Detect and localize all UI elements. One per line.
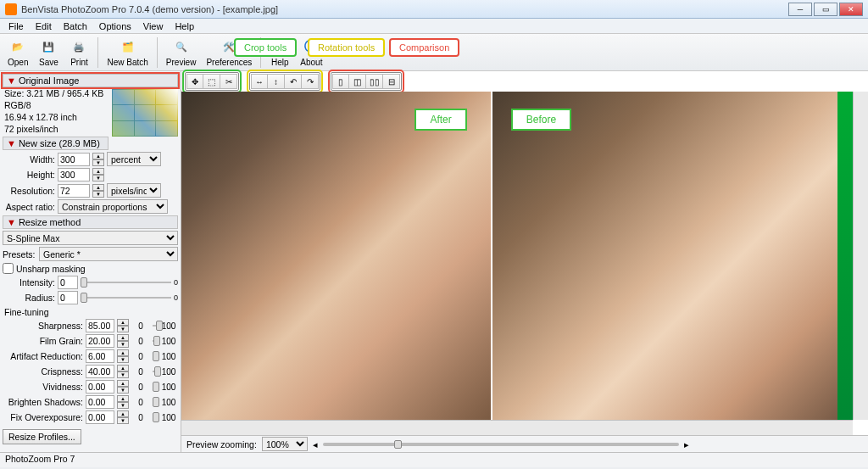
window-title: BenVista PhotoZoom Pro 7.0.4 (demo versi… — [21, 4, 278, 14]
width-spinner[interactable]: ▲▼ — [92, 153, 104, 166]
unsharp-checkbox[interactable]: Unsharp masking — [3, 263, 178, 274]
open-button[interactable]: 📂Open — [3, 36, 32, 70]
intensity-slider[interactable] — [81, 276, 171, 288]
annotation-crop: Crop tools — [234, 38, 297, 57]
new-batch-button[interactable]: 🗂️New Batch — [103, 36, 152, 70]
shadows-slider[interactable] — [153, 396, 157, 408]
zoom-label: Preview zooming: — [186, 439, 257, 449]
rotation-tool-group: ↔ ↕ ↶ ↷ — [249, 72, 320, 91]
menu-bar: File Edit Batch Options View Help — [0, 19, 868, 34]
vividness-input[interactable] — [86, 380, 114, 394]
crop-tool-group: ✥ ⬚ ✂ — [185, 72, 239, 91]
print-button[interactable]: 🖨️Print — [64, 36, 93, 70]
before-image — [491, 92, 854, 420]
preview-pane: ✥ ⬚ ✂ ↔ ↕ ↶ ↷ ▯ ◫ ▯▯ ⊟ — [181, 71, 868, 452]
select-tool-icon[interactable]: ⬚ — [203, 74, 220, 89]
nav-tool-icon[interactable]: ✥ — [186, 74, 203, 89]
image-canvas[interactable]: After Before — [181, 92, 868, 435]
menu-batch[interactable]: Batch — [58, 20, 92, 32]
film-strip-right — [837, 92, 853, 420]
before-badge: Before — [511, 109, 571, 131]
menu-view[interactable]: View — [138, 20, 169, 32]
rotate-right-icon[interactable]: ↷ — [302, 74, 319, 89]
thumbnail-preview[interactable] — [112, 89, 178, 137]
zoom-slider[interactable] — [323, 443, 679, 446]
width-label: Width: — [3, 154, 55, 165]
intensity-input[interactable] — [58, 276, 78, 289]
overexposure-input[interactable] — [86, 410, 114, 424]
sharpness-slider[interactable] — [153, 320, 157, 332]
title-bar: BenVista PhotoZoom Pro 7.0.4 (demo versi… — [0, 0, 868, 19]
horizontal-scrollbar[interactable] — [181, 420, 853, 435]
annotation-comparison: Comparison — [389, 38, 459, 57]
height-label: Height: — [3, 170, 55, 180]
zoom-select[interactable]: 100% — [262, 437, 308, 451]
crispness-input[interactable] — [86, 365, 114, 378]
crop-tool-icon[interactable]: ✂ — [220, 74, 237, 89]
presets-label: Presets: — [3, 249, 36, 260]
zoom-in-icon[interactable]: ▸ — [684, 439, 689, 449]
height-input[interactable] — [58, 168, 90, 181]
sidebar: ▼Original Image Size: 3.21 MB / 965.4 KB… — [0, 71, 181, 452]
overexposure-slider[interactable] — [153, 411, 157, 423]
crispness-slider[interactable] — [153, 366, 157, 377]
comparison-tool-group: ▯ ◫ ▯▯ ⊟ — [331, 72, 402, 91]
original-image-header[interactable]: ▼Original Image — [3, 74, 178, 87]
resize-method-header[interactable]: ▼Resize method — [3, 215, 178, 229]
resolution-label: Resolution: — [3, 186, 55, 196]
radius-label: Radius: — [3, 293, 55, 303]
artifact-slider[interactable] — [153, 350, 157, 362]
shadows-input[interactable] — [86, 395, 114, 409]
menu-file[interactable]: File — [3, 20, 29, 32]
aspect-label: Aspect ratio: — [3, 202, 55, 212]
menu-options[interactable]: Options — [94, 20, 136, 32]
filmgrain-slider[interactable] — [153, 335, 157, 347]
compare-split-icon[interactable]: ◫ — [349, 74, 366, 89]
flip-vertical-icon[interactable]: ↕ — [268, 74, 285, 89]
save-button[interactable]: 💾Save — [34, 36, 63, 70]
filmgrain-input[interactable] — [86, 334, 114, 348]
vertical-scrollbar[interactable] — [853, 92, 868, 420]
annotation-rotation: Rotation tools — [308, 38, 385, 57]
presets-select[interactable]: Generic * — [39, 247, 178, 261]
aspect-ratio-select[interactable]: Constrain proportions — [58, 199, 168, 214]
close-button[interactable]: ✕ — [839, 3, 863, 16]
height-spinner[interactable]: ▲▼ — [92, 168, 104, 181]
radius-slider[interactable] — [81, 292, 171, 304]
menu-edit[interactable]: Edit — [31, 20, 57, 32]
fine-tuning-label: Fine-tuning — [3, 307, 178, 317]
flip-horizontal-icon[interactable]: ↔ — [251, 74, 268, 89]
after-image — [181, 92, 491, 420]
after-badge: After — [415, 109, 466, 131]
compare-side-icon[interactable]: ▯▯ — [366, 74, 383, 89]
menu-help[interactable]: Help — [170, 20, 199, 32]
vividness-slider[interactable] — [153, 381, 157, 393]
minimize-button[interactable]: ─ — [788, 3, 812, 16]
resolution-input[interactable] — [58, 184, 90, 198]
resize-profiles-button[interactable]: Resize Profiles... — [3, 429, 81, 444]
intensity-label: Intensity: — [3, 277, 55, 288]
width-input[interactable] — [58, 153, 90, 166]
compare-single-icon[interactable]: ▯ — [332, 74, 349, 89]
resolution-spinner[interactable]: ▲▼ — [92, 184, 104, 198]
radius-input[interactable] — [58, 291, 78, 304]
zoom-out-icon[interactable]: ◂ — [313, 439, 318, 449]
main-toolbar: 📂Open 💾Save 🖨️Print 🗂️New Batch 🔍Preview… — [0, 34, 868, 71]
size-unit-select[interactable]: percent — [107, 152, 161, 166]
sharpness-input[interactable] — [86, 319, 114, 332]
status-bar: PhotoZoom Pro 7 — [0, 452, 868, 467]
new-size-header[interactable]: ▼New size (28.9 MB) — [3, 137, 108, 150]
maximize-button[interactable]: ▭ — [814, 3, 837, 16]
artifact-input[interactable] — [86, 349, 114, 363]
preview-button[interactable]: 🔍Preview — [162, 36, 201, 70]
resolution-unit-select[interactable]: pixels/inch — [107, 183, 161, 198]
compare-divider[interactable] — [491, 92, 492, 420]
compare-stack-icon[interactable]: ⊟ — [383, 74, 400, 89]
app-icon — [5, 3, 17, 15]
rotate-left-icon[interactable]: ↶ — [285, 74, 302, 89]
resize-method-select[interactable]: S-Spline Max — [3, 231, 178, 245]
